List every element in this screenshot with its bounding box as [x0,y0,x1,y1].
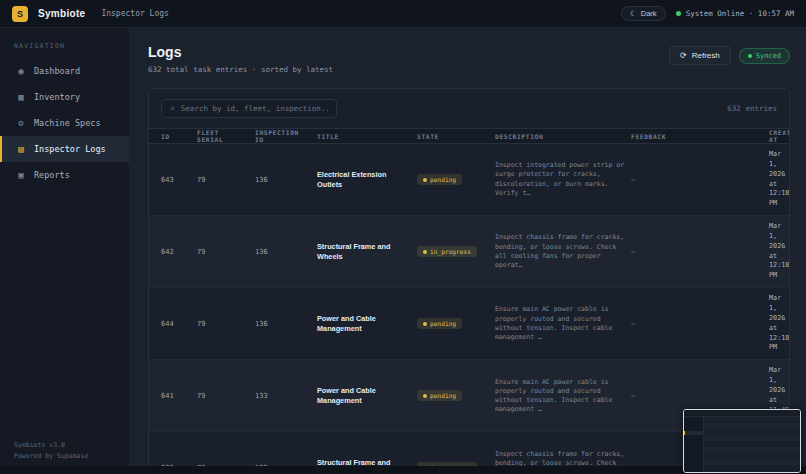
page-subtitle: 632 total task entries · sorted by lates… [148,65,333,74]
cell-inspection-id: 136 [255,320,311,328]
top-bar: S Symbiote Inspector Logs ☾ Dark System … [0,0,806,28]
cell-inspection-id: 133 [255,392,311,400]
app-window: S Symbiote Inspector Logs ☾ Dark System … [0,0,806,474]
cell-feedback: – [631,176,763,184]
sidebar-item-label: Machine Specs [34,118,101,128]
cell-description: Ensure main AC power cable is properly r… [495,378,625,414]
preview-body [684,417,800,473]
sidebar-item-dashboard[interactable]: ◉ Dashboard [0,58,129,84]
cell-title: Structural Frame and Wheels [317,242,411,261]
refresh-label: Refresh [692,51,720,60]
sidebar-item-inspector-logs[interactable]: ▤ Inspector Logs [0,136,129,162]
cell-fleet-serial: 79 [197,176,249,184]
cell-title: Power and Cable Management [317,386,411,405]
sidebar-item-label: Reports [34,170,70,180]
cell-inspection-id: 136 [255,176,311,184]
cell-title: Electrical Extension Outlets [317,170,411,189]
table-row[interactable]: 643 79 136 Electrical Extension Outlets … [149,144,789,216]
sidebar-item-label: Inventory [34,92,80,102]
app-version: Symbiote v3.0 [14,440,88,451]
cell-fleet-serial: 79 [197,248,249,256]
refresh-button[interactable]: ⟳ Refresh [669,46,731,65]
column-header-id: ID [161,133,191,140]
gear-icon: ⚙ [16,118,26,128]
cell-state: pending [417,174,489,185]
theme-toggle-label: Dark [641,9,657,18]
page-title: Logs [148,44,333,60]
report-icon: ▣ [16,170,26,180]
dashboard-icon: ◉ [16,66,26,76]
sidebar: NAVIGATION ◉ Dashboard ▦ Inventory ⚙ Mac… [0,28,130,474]
main-content: Logs 632 total task entries · sorted by … [130,28,806,474]
cell-id: 643 [161,176,191,184]
card-toolbar: ⌕ 632 entries [149,89,789,128]
sidebar-item-label: Inspector Logs [34,144,106,154]
app-logo: S [12,6,28,22]
column-header-description: DESCRIPTION [495,133,625,140]
screen-preview-overlay[interactable] [683,409,801,473]
column-header-title: TITLE [317,133,411,140]
cell-created-at: Mar 1, 2026 at 12:18 PM [769,294,789,353]
cell-description: Inspect integrated power strip or surge … [495,161,625,197]
sidebar-section-label: NAVIGATION [0,38,129,58]
preview-table-rows [704,417,800,473]
system-status: System Online · 10:57 AM [676,9,794,18]
online-dot-icon [676,11,681,16]
table-row[interactable]: 644 79 136 Power and Cable Management pe… [149,288,789,360]
entries-count: 632 entries [727,104,777,113]
search-input[interactable] [181,104,328,113]
cell-fleet-serial: 79 [197,320,249,328]
cell-created-at: Mar 1, 2026 at 12:18 PM [769,150,789,209]
theme-toggle-button[interactable]: ☾ Dark [621,6,666,21]
preview-active-item [684,431,703,435]
cell-id: 641 [161,392,191,400]
search-box[interactable]: ⌕ [161,99,337,118]
column-header-fleet-serial: FLEET SERIAL [197,129,249,143]
cell-feedback: – [631,248,763,256]
list-icon: ▤ [16,144,26,154]
sidebar-item-label: Dashboard [34,66,80,76]
preview-sidebar [684,417,704,473]
cell-state: in_progress [417,246,489,257]
sidebar-footer: Symbiote v3.0 Powered by Supabase [14,440,88,462]
moon-icon: ☾ [630,9,637,18]
sidebar-item-reports[interactable]: ▣ Reports [0,162,129,188]
column-header-inspection-id: INSPECTION ID [255,129,311,143]
column-header-created-at: CREATED AT [769,129,790,143]
cell-fleet-serial: 79 [197,392,249,400]
cell-description: Ensure main AC power cable is properly r… [495,305,625,341]
table-header: ID FLEET SERIAL INSPECTION ID TITLE STAT… [149,128,789,144]
system-status-text: System Online · 10:57 AM [686,9,794,18]
synced-label: Synced [756,52,781,60]
sidebar-item-inventory[interactable]: ▦ Inventory [0,84,129,110]
cell-id: 642 [161,248,191,256]
cell-inspection-id: 136 [255,248,311,256]
synced-badge: Synced [739,48,790,64]
state-badge: pending [417,390,462,401]
cell-state: pending [417,390,489,401]
state-badge: in_progress [417,246,477,257]
powered-by: Powered by Supabase [14,451,88,462]
cell-description: Inspect chassis frame for cracks, bendin… [495,233,625,269]
column-header-state: STATE [417,133,489,140]
synced-dot-icon [748,54,752,58]
cell-feedback: – [631,392,763,400]
breadcrumb: Inspector Logs [101,9,168,18]
cell-title: Power and Cable Management [317,314,411,333]
cell-created-at: Mar 1, 2026 at 12:18 PM [769,222,789,281]
search-icon: ⌕ [170,104,175,113]
sidebar-item-machine-specs[interactable]: ⚙ Machine Specs [0,110,129,136]
app-name: Symbiote [38,8,85,19]
column-header-feedback: FEEDBACK [631,133,763,140]
table-row[interactable]: 642 79 136 Structural Frame and Wheels i… [149,216,789,288]
header-actions: ⟳ Refresh Synced [669,46,790,65]
body-row: NAVIGATION ◉ Dashboard ▦ Inventory ⚙ Mac… [0,28,806,474]
state-badge: pending [417,318,462,329]
inventory-icon: ▦ [16,92,26,102]
refresh-icon: ⟳ [680,51,687,60]
page-header: Logs 632 total task entries · sorted by … [148,44,790,74]
preview-topbar [684,410,800,417]
state-badge: pending [417,174,462,185]
cell-feedback: – [631,320,763,328]
cell-state: pending [417,318,489,329]
